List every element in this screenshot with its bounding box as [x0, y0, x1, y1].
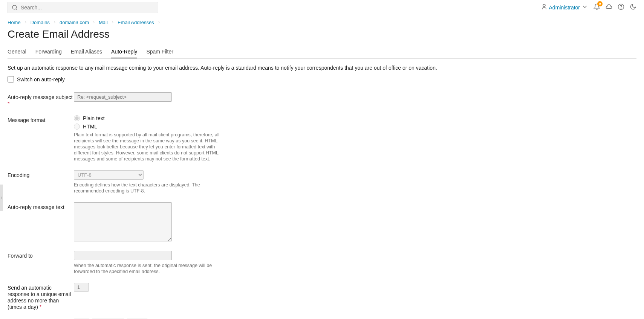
- notifications-button[interactable]: 9: [594, 3, 600, 11]
- tab-general[interactable]: General: [8, 46, 26, 58]
- svg-line-1: [16, 9, 17, 10]
- user-icon: [541, 3, 548, 11]
- description-text: Set up an automatic response to any mail…: [8, 65, 636, 71]
- tabs: General Forwarding Email Aliases Auto-Re…: [8, 46, 636, 59]
- forward-label: Forward to: [8, 251, 74, 275]
- chevron-right-icon: [24, 20, 28, 25]
- svg-point-0: [12, 5, 17, 9]
- tab-spam[interactable]: Spam Filter: [146, 46, 173, 58]
- format-html-label: HTML: [83, 124, 97, 130]
- required-asterisk: *: [8, 101, 9, 107]
- encoding-label: Encoding: [8, 170, 74, 194]
- svg-point-4: [621, 8, 621, 8]
- breadcrumb-domains[interactable]: Domains: [31, 20, 50, 25]
- switch-on-label: Switch on auto-reply: [17, 76, 65, 82]
- count-input[interactable]: [74, 283, 89, 292]
- subject-input[interactable]: [74, 92, 172, 102]
- format-plain-radio[interactable]: [74, 115, 80, 121]
- sidebar-toggle-handle[interactable]: 〈: [0, 185, 3, 211]
- required-asterisk: *: [40, 304, 41, 310]
- tab-forwarding[interactable]: Forwarding: [35, 46, 62, 58]
- message-text-area[interactable]: [74, 202, 172, 241]
- svg-point-3: [618, 4, 624, 10]
- help-icon[interactable]: [618, 3, 624, 11]
- breadcrumb-emailaddresses[interactable]: Email Addresses: [118, 20, 154, 25]
- encoding-hint: Encoding defines how the text characters…: [74, 182, 226, 194]
- format-hint: Plain text format is supported by all ma…: [74, 132, 226, 162]
- tab-aliases[interactable]: Email Aliases: [71, 46, 102, 58]
- format-html-radio[interactable]: [74, 124, 80, 130]
- breadcrumb-mail[interactable]: Mail: [99, 20, 108, 25]
- notif-badge: 9: [597, 1, 603, 6]
- chevron-right-icon: [157, 20, 161, 25]
- page-title: Create Email Address: [8, 28, 636, 40]
- svg-point-2: [543, 4, 545, 6]
- search-icon: [12, 5, 18, 11]
- search-input[interactable]: [21, 5, 154, 11]
- chevron-right-icon: [92, 20, 96, 25]
- breadcrumb-domain3[interactable]: domain3.com: [60, 20, 89, 25]
- chevron-down-icon: [581, 3, 588, 11]
- forward-input[interactable]: [74, 251, 172, 260]
- subject-label: Auto-reply message subject: [8, 94, 73, 100]
- breadcrumb: Home Domains domain3.com Mail Email Addr…: [8, 20, 636, 25]
- switch-on-row: Switch on auto-reply: [8, 76, 636, 82]
- chevron-right-icon: [53, 20, 57, 25]
- content: Home Domains domain3.com Mail Email Addr…: [0, 15, 644, 319]
- format-plain-label: Plain text: [83, 115, 105, 121]
- cloud-speed-icon[interactable]: [606, 3, 612, 11]
- tab-autoreply[interactable]: Auto-Reply: [111, 46, 137, 58]
- chevron-right-icon: [111, 20, 115, 25]
- theme-moon-icon[interactable]: [630, 3, 636, 11]
- format-label: Message format: [8, 115, 74, 162]
- text-label: Auto-reply message text: [8, 202, 74, 243]
- user-menu[interactable]: Administrator: [541, 3, 588, 11]
- encoding-select[interactable]: UTF-8: [74, 170, 144, 180]
- user-label: Administrator: [549, 5, 580, 11]
- topbar: Administrator 9: [0, 0, 644, 15]
- forward-hint: When the automatic response is sent, the…: [74, 263, 226, 275]
- search-box[interactable]: [8, 2, 158, 13]
- switch-on-checkbox[interactable]: [8, 76, 14, 82]
- breadcrumb-home[interactable]: Home: [8, 20, 21, 25]
